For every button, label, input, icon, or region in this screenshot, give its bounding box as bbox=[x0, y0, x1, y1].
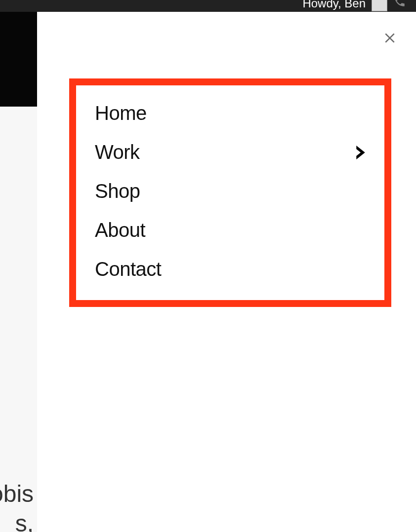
avatar-icon[interactable] bbox=[372, 0, 387, 11]
close-button[interactable] bbox=[382, 31, 397, 45]
top-bar: Howdy, Ben bbox=[0, 0, 416, 12]
menu-item-label: Contact bbox=[95, 258, 161, 280]
menu-item-label: Home bbox=[95, 102, 147, 124]
chevron-right-icon bbox=[356, 146, 366, 159]
background-text-fragment: obis s, bbox=[0, 479, 34, 532]
menu-list: Home Work Shop About Contact bbox=[76, 85, 384, 300]
bg-text-line: s, bbox=[15, 510, 34, 532]
top-bar-content: Howdy, Ben bbox=[302, 0, 406, 11]
menu-item-label: Work bbox=[95, 141, 140, 163]
background-dark-region bbox=[0, 12, 37, 107]
menu-item-contact[interactable]: Contact bbox=[95, 241, 366, 280]
bg-text-line: obis bbox=[0, 481, 34, 507]
phone-icon[interactable] bbox=[393, 0, 406, 11]
menu-item-shop[interactable]: Shop bbox=[95, 163, 366, 202]
menu-item-label: Shop bbox=[95, 180, 140, 202]
user-greeting: Howdy, Ben bbox=[302, 0, 366, 10]
menu-item-work[interactable]: Work bbox=[95, 124, 366, 163]
background-light-region: obis s, t ut e a bbox=[0, 107, 37, 532]
menu-item-home[interactable]: Home bbox=[95, 85, 366, 124]
menu-item-label: About bbox=[95, 219, 145, 241]
navigation-drawer: Home Work Shop About Contact bbox=[37, 12, 416, 532]
menu-container: Home Work Shop About Contact bbox=[69, 78, 391, 307]
close-icon bbox=[383, 32, 396, 44]
menu-item-about[interactable]: About bbox=[95, 202, 366, 241]
